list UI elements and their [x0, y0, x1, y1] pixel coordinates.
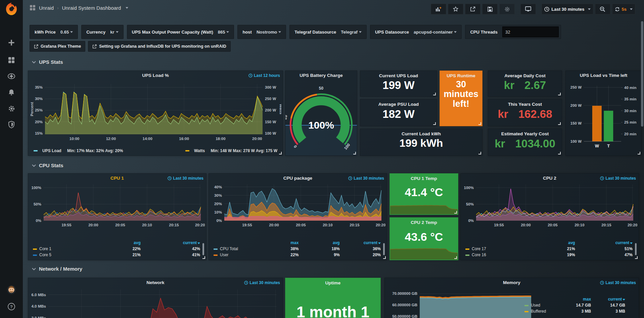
settings-icon[interactable] [499, 4, 515, 14]
cpu-package-chart[interactable]: 40%30%20%10%0%19:5520:0020:0520:1020:152… [210, 182, 385, 229]
clock-icon [348, 176, 352, 180]
explore-icon[interactable] [0, 70, 23, 83]
avatar[interactable] [0, 283, 23, 297]
legend-item-buffered[interactable]: Buffered [524, 308, 557, 314]
variable-cpu-threads-input[interactable] [502, 27, 559, 37]
legend-item-core-5[interactable]: Core 5 [33, 252, 81, 258]
network-chart[interactable]: 6.0 MBs4.0 MBs2.0 MBs19:5520:0020:0520:1… [30, 286, 281, 318]
stat-title[interactable]: CPU 1 Temp [390, 176, 458, 181]
panel-time-badge[interactable]: Last 30 minutes [244, 280, 280, 285]
share-icon[interactable] [465, 4, 480, 14]
dashboards-icon[interactable] [0, 53, 23, 67]
legend-sort-current[interactable]: current [340, 240, 381, 246]
add-panel-icon[interactable] [431, 4, 446, 14]
dashboard-link-grafana-plex-theme[interactable]: Grafana Plex Theme [30, 41, 85, 52]
refresh-button[interactable]: 5s [612, 4, 635, 14]
stat-title[interactable]: Current Load kWh [360, 131, 482, 136]
legend-sort-avg[interactable]: avg [298, 240, 339, 246]
variable-value[interactable]: kr [110, 30, 118, 35]
memory-chart[interactable]: 70.000000 GB60.000000 GB50.000000 GB [386, 288, 534, 318]
dashboard-link-setting-up-grafana-and-influxdb-for-ups-monitoring-on-unraid[interactable]: Setting up Grafana and InfluxDB for UPS … [88, 41, 230, 52]
variable-value[interactable]: 0.65 [60, 30, 73, 35]
legend-item-used[interactable]: Used [524, 302, 557, 308]
legend-item-core-1[interactable]: Core 1 [33, 246, 81, 252]
stat-title[interactable]: Average PSU Load [360, 102, 437, 107]
dashboard-dropdown-caret[interactable] [126, 7, 128, 9]
grafana-logo[interactable] [5, 2, 18, 16]
variable-ups-max-output-power-capacity-watt[interactable]: UPS Max Output Power Capacity (Watt) 865 [127, 25, 234, 39]
legend-item-user[interactable]: User [214, 252, 258, 258]
variable-value[interactable]: Nostromo [257, 30, 281, 35]
legend-sort-current[interactable]: current [591, 296, 625, 302]
panel-time-badge[interactable]: Last 30 minutes [600, 280, 636, 285]
panel-time-badge[interactable]: Last 30 minutes [600, 176, 636, 181]
stat-value: 182 W [360, 108, 437, 121]
cpu-package-legend: maxavgcurrentCPU Total38%18%36%User22%9%… [214, 240, 381, 258]
zoom-out-icon[interactable] [595, 4, 610, 14]
variable-cpu-threads[interactable]: CPU Threads [465, 25, 561, 39]
breadcrumb-app[interactable]: Unraid [39, 5, 54, 11]
panel-time-badge[interactable]: Last 12 hours [248, 73, 280, 78]
legend-item-core-16[interactable]: Core 16 [465, 252, 517, 258]
legend-sort-current[interactable]: current [575, 240, 633, 246]
legend-series-name[interactable]: Watts [194, 148, 205, 153]
variable-value[interactable]: apcupsd-container [414, 30, 457, 35]
legend-item-ups-load[interactable]: UPS Load Min: 17% Max: 32% Avg: 20% [34, 148, 123, 153]
legend-series-name[interactable]: UPS Load [42, 148, 61, 153]
configuration-icon[interactable] [0, 102, 23, 115]
panel-title[interactable]: UPS Load vs Time left [566, 73, 641, 78]
cycle-view-icon[interactable] [520, 4, 536, 14]
variable-host[interactable]: host Nostromo [237, 25, 286, 39]
save-icon[interactable] [482, 4, 498, 14]
variable-ups-datasource[interactable]: UPS Datasource apcupsd-container [370, 25, 462, 39]
legend-value: 41% [141, 252, 200, 258]
stat-title[interactable]: Uptime [285, 280, 380, 285]
legend-sort-max[interactable]: max [258, 240, 298, 246]
star-icon[interactable] [448, 4, 463, 14]
breadcrumb-dashboard-title[interactable]: Unraid System Dashboard [62, 5, 121, 11]
legend-item-core-17[interactable]: Core 17 [465, 246, 517, 252]
panel-title[interactable]: UPS Load % [28, 73, 283, 78]
legend-item-cpu-total[interactable]: CPU Total [214, 246, 258, 252]
variable-kwh-price[interactable]: kWh Price 0.65 [30, 25, 78, 39]
panel-time-badge[interactable]: Last 30 minutes [348, 176, 384, 181]
stat-title[interactable]: Average Daily Cost [488, 73, 562, 78]
section-network-memory[interactable]: Network / Memory [32, 266, 82, 272]
legend-sort-current[interactable]: current [141, 240, 200, 246]
ups-battery-gauge[interactable]: 02050100100% [285, 79, 357, 155]
legend-scrollbar[interactable] [635, 243, 637, 255]
stat-title[interactable]: Estimated Yearly Cost [488, 131, 562, 136]
legend-scrollbar[interactable] [202, 243, 204, 255]
help-icon[interactable]: ? [0, 300, 23, 313]
panel-title[interactable]: UPS Battery Charge [285, 73, 357, 78]
variable-value[interactable]: Telegraf [341, 30, 362, 35]
legend-sort-avg[interactable]: avg [517, 240, 575, 246]
svg-text:Watts: Watts [279, 104, 281, 115]
alerting-icon[interactable] [0, 86, 23, 99]
variable-currency[interactable]: Currency kr [81, 25, 123, 39]
legend-scrollbar[interactable] [383, 243, 385, 255]
variable-telegraf-datasource[interactable]: Telegraf Datasource Telegraf [289, 25, 367, 39]
section-cpu-stats[interactable]: CPU Stats [32, 163, 63, 168]
variable-value[interactable]: 865 [218, 30, 229, 35]
legend-stats: Min: 17% Max: 32% Avg: 20% [67, 148, 123, 153]
create-icon[interactable] [0, 36, 23, 49]
time-range-picker[interactable]: Last 30 minutes [542, 4, 593, 14]
ups-load-vs-time-chart[interactable]: 250 W200 W150 W100 W40 min35 min30 min25… [567, 79, 640, 150]
legend-sort-max[interactable]: max [557, 296, 591, 302]
section-ups-stats[interactable]: UPS Stats [32, 59, 63, 65]
cpu2-chart[interactable]: 100%50%0%19:5520:0020:0520:1020:1520:20 [462, 182, 637, 229]
stat-title[interactable]: CPU 2 Temp [390, 220, 458, 225]
stat-title[interactable]: Current UPS Load [360, 73, 437, 78]
server-admin-icon[interactable] [0, 118, 23, 131]
panel-time-badge[interactable]: Last 30 minutes [168, 176, 203, 181]
page-scrollbar[interactable] [641, 21, 643, 127]
cpu1-chart[interactable]: 100%50%0%19:5520:0020:0520:1020:1520:20 [30, 182, 205, 229]
legend-item-watts[interactable]: Watts Min: 148 W Max: 278 W Avg: 175 W [185, 148, 277, 153]
stat-title[interactable]: This Years Cost [488, 102, 562, 107]
svg-text:20:20: 20:20 [628, 223, 637, 227]
legend-sort-avg[interactable]: avg [81, 240, 140, 246]
stat-title[interactable]: UPS Runtime [440, 73, 482, 78]
chevron-down-icon [32, 164, 36, 167]
ups-load-chart[interactable]: 35%30%25%20%15%300 W250 W200 W150 W100 W… [30, 79, 281, 144]
